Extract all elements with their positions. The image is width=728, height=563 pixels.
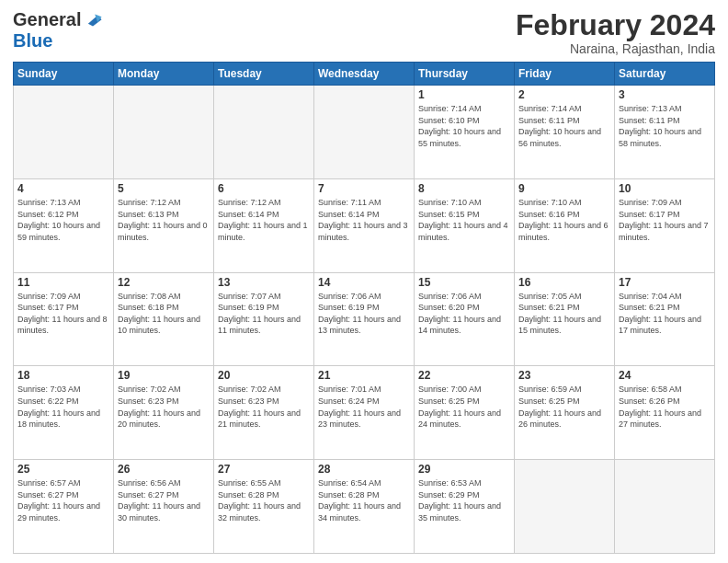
calendar-cell: 28Sunrise: 6:54 AM Sunset: 6:28 PM Dayli… [314, 460, 415, 554]
day-info: Sunrise: 7:06 AM Sunset: 6:19 PM Dayligh… [318, 291, 410, 337]
day-number: 4 [17, 182, 109, 195]
day-info: Sunrise: 7:03 AM Sunset: 6:22 PM Dayligh… [17, 384, 109, 430]
calendar-cell: 5Sunrise: 7:12 AM Sunset: 6:13 PM Daylig… [114, 178, 214, 272]
day-info: Sunrise: 7:12 AM Sunset: 6:14 PM Dayligh… [218, 197, 310, 243]
calendar-cell [515, 460, 615, 554]
calendar-table: Sunday Monday Tuesday Wednesday Thursday… [13, 62, 715, 554]
calendar-week-row: 25Sunrise: 6:57 AM Sunset: 6:27 PM Dayli… [14, 460, 715, 554]
calendar-cell: 24Sunrise: 6:58 AM Sunset: 6:26 PM Dayli… [615, 366, 715, 460]
day-info: Sunrise: 6:58 AM Sunset: 6:26 PM Dayligh… [619, 384, 711, 430]
day-info: Sunrise: 7:10 AM Sunset: 6:15 PM Dayligh… [418, 197, 510, 243]
day-number: 8 [418, 182, 510, 195]
col-friday: Friday [515, 63, 615, 86]
calendar-week-row: 18Sunrise: 7:03 AM Sunset: 6:22 PM Dayli… [14, 366, 715, 460]
logo: General Blue [13, 9, 103, 52]
calendar-cell [214, 86, 314, 179]
day-number: 27 [218, 463, 310, 476]
day-info: Sunrise: 7:09 AM Sunset: 6:17 PM Dayligh… [619, 197, 711, 243]
day-number: 2 [518, 88, 610, 101]
calendar-cell: 11Sunrise: 7:09 AM Sunset: 6:17 PM Dayli… [14, 272, 114, 366]
calendar-header-row: Sunday Monday Tuesday Wednesday Thursday… [14, 63, 715, 86]
day-number: 21 [318, 369, 410, 382]
day-number: 1 [418, 88, 510, 101]
calendar-cell: 3Sunrise: 7:13 AM Sunset: 6:11 PM Daylig… [615, 86, 715, 179]
day-info: Sunrise: 7:04 AM Sunset: 6:21 PM Dayligh… [619, 291, 711, 337]
day-number: 24 [619, 369, 711, 382]
logo-bird-icon [83, 10, 103, 30]
calendar-cell: 29Sunrise: 6:53 AM Sunset: 6:29 PM Dayli… [415, 460, 515, 554]
day-info: Sunrise: 7:02 AM Sunset: 6:23 PM Dayligh… [118, 384, 210, 430]
day-number: 14 [318, 276, 410, 289]
calendar-cell: 2Sunrise: 7:14 AM Sunset: 6:11 PM Daylig… [515, 86, 615, 179]
day-info: Sunrise: 7:13 AM Sunset: 6:12 PM Dayligh… [17, 197, 109, 243]
day-info: Sunrise: 7:09 AM Sunset: 6:17 PM Dayligh… [17, 291, 109, 337]
calendar-cell [14, 86, 114, 179]
title-block: February 2024 Naraina, Rajasthan, India [516, 9, 715, 56]
day-number: 11 [17, 276, 109, 289]
calendar-week-row: 1Sunrise: 7:14 AM Sunset: 6:10 PM Daylig… [14, 86, 715, 179]
day-number: 25 [17, 463, 109, 476]
day-number: 9 [518, 182, 610, 195]
calendar-cell: 15Sunrise: 7:06 AM Sunset: 6:20 PM Dayli… [415, 272, 515, 366]
col-wednesday: Wednesday [314, 63, 415, 86]
calendar-cell: 16Sunrise: 7:05 AM Sunset: 6:21 PM Dayli… [515, 272, 615, 366]
logo-text: General [13, 9, 103, 30]
day-number: 15 [418, 276, 510, 289]
day-number: 7 [318, 182, 410, 195]
col-tuesday: Tuesday [214, 63, 314, 86]
day-info: Sunrise: 6:59 AM Sunset: 6:25 PM Dayligh… [518, 384, 610, 430]
calendar-week-row: 4Sunrise: 7:13 AM Sunset: 6:12 PM Daylig… [14, 178, 715, 272]
calendar-cell: 13Sunrise: 7:07 AM Sunset: 6:19 PM Dayli… [214, 272, 314, 366]
day-info: Sunrise: 6:55 AM Sunset: 6:28 PM Dayligh… [218, 477, 310, 523]
day-info: Sunrise: 7:14 AM Sunset: 6:10 PM Dayligh… [418, 103, 510, 149]
day-info: Sunrise: 7:13 AM Sunset: 6:11 PM Dayligh… [619, 103, 711, 149]
calendar-cell: 12Sunrise: 7:08 AM Sunset: 6:18 PM Dayli… [114, 272, 214, 366]
day-number: 28 [318, 463, 410, 476]
day-info: Sunrise: 7:06 AM Sunset: 6:20 PM Dayligh… [418, 291, 510, 337]
calendar-cell: 20Sunrise: 7:02 AM Sunset: 6:23 PM Dayli… [214, 366, 314, 460]
day-number: 13 [218, 276, 310, 289]
calendar-cell: 26Sunrise: 6:56 AM Sunset: 6:27 PM Dayli… [114, 460, 214, 554]
day-number: 26 [118, 463, 210, 476]
day-number: 10 [619, 182, 711, 195]
calendar-cell: 6Sunrise: 7:12 AM Sunset: 6:14 PM Daylig… [214, 178, 314, 272]
day-number: 3 [619, 88, 711, 101]
day-number: 12 [118, 276, 210, 289]
day-info: Sunrise: 7:14 AM Sunset: 6:11 PM Dayligh… [518, 103, 610, 149]
day-info: Sunrise: 7:01 AM Sunset: 6:24 PM Dayligh… [318, 384, 410, 430]
day-info: Sunrise: 7:00 AM Sunset: 6:25 PM Dayligh… [418, 384, 510, 430]
day-info: Sunrise: 7:05 AM Sunset: 6:21 PM Dayligh… [518, 291, 610, 337]
day-info: Sunrise: 6:57 AM Sunset: 6:27 PM Dayligh… [17, 477, 109, 523]
calendar-cell: 27Sunrise: 6:55 AM Sunset: 6:28 PM Dayli… [214, 460, 314, 554]
calendar-cell: 19Sunrise: 7:02 AM Sunset: 6:23 PM Dayli… [114, 366, 214, 460]
logo-blue: Blue [13, 30, 52, 52]
calendar-cell: 22Sunrise: 7:00 AM Sunset: 6:25 PM Dayli… [415, 366, 515, 460]
main-title: February 2024 [516, 9, 715, 41]
logo-general: General [13, 9, 81, 30]
calendar-cell: 14Sunrise: 7:06 AM Sunset: 6:19 PM Dayli… [314, 272, 415, 366]
day-number: 20 [218, 369, 310, 382]
day-number: 19 [118, 369, 210, 382]
calendar-cell: 23Sunrise: 6:59 AM Sunset: 6:25 PM Dayli… [515, 366, 615, 460]
calendar-cell: 8Sunrise: 7:10 AM Sunset: 6:15 PM Daylig… [415, 178, 515, 272]
day-info: Sunrise: 7:07 AM Sunset: 6:19 PM Dayligh… [218, 291, 310, 337]
calendar-cell: 17Sunrise: 7:04 AM Sunset: 6:21 PM Dayli… [615, 272, 715, 366]
calendar-cell [615, 460, 715, 554]
day-info: Sunrise: 6:56 AM Sunset: 6:27 PM Dayligh… [118, 477, 210, 523]
calendar-cell: 1Sunrise: 7:14 AM Sunset: 6:10 PM Daylig… [415, 86, 515, 179]
day-number: 18 [17, 369, 109, 382]
calendar-cell [114, 86, 214, 179]
calendar-cell: 21Sunrise: 7:01 AM Sunset: 6:24 PM Dayli… [314, 366, 415, 460]
day-info: Sunrise: 7:10 AM Sunset: 6:16 PM Dayligh… [518, 197, 610, 243]
header: General Blue February 2024 Naraina, Raja… [13, 9, 715, 56]
day-info: Sunrise: 7:11 AM Sunset: 6:14 PM Dayligh… [318, 197, 410, 243]
col-sunday: Sunday [14, 63, 114, 86]
day-info: Sunrise: 7:02 AM Sunset: 6:23 PM Dayligh… [218, 384, 310, 430]
calendar-week-row: 11Sunrise: 7:09 AM Sunset: 6:17 PM Dayli… [14, 272, 715, 366]
day-info: Sunrise: 6:53 AM Sunset: 6:29 PM Dayligh… [418, 477, 510, 523]
col-saturday: Saturday [615, 63, 715, 86]
day-number: 5 [118, 182, 210, 195]
col-thursday: Thursday [415, 63, 515, 86]
calendar-cell: 7Sunrise: 7:11 AM Sunset: 6:14 PM Daylig… [314, 178, 415, 272]
calendar-cell: 9Sunrise: 7:10 AM Sunset: 6:16 PM Daylig… [515, 178, 615, 272]
